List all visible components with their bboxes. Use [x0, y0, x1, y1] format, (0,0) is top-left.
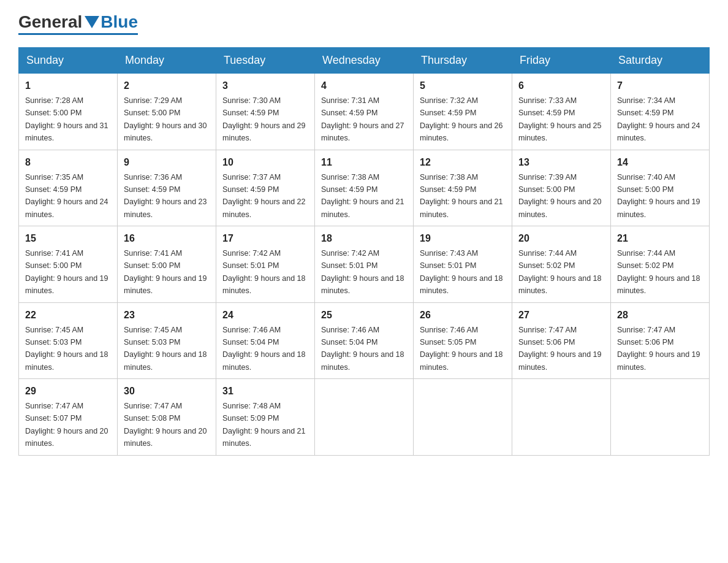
- day-info: Sunrise: 7:46 AMSunset: 5:04 PMDaylight:…: [222, 326, 306, 372]
- calendar-week-row: 1 Sunrise: 7:28 AMSunset: 5:00 PMDayligh…: [19, 74, 710, 150]
- day-number: 14: [617, 155, 703, 170]
- calendar-cell: 18 Sunrise: 7:42 AMSunset: 5:01 PMDaylig…: [315, 226, 414, 303]
- day-info: Sunrise: 7:47 AMSunset: 5:08 PMDaylight:…: [124, 402, 207, 448]
- calendar-cell: 28 Sunrise: 7:47 AMSunset: 5:06 PMDaylig…: [611, 302, 710, 379]
- calendar-cell: 27 Sunrise: 7:47 AMSunset: 5:06 PMDaylig…: [512, 302, 611, 379]
- calendar-cell: 23 Sunrise: 7:45 AMSunset: 5:03 PMDaylig…: [118, 302, 216, 379]
- calendar-cell: 14 Sunrise: 7:40 AMSunset: 5:00 PMDaylig…: [611, 150, 710, 226]
- calendar-cell: 15 Sunrise: 7:41 AMSunset: 5:00 PMDaylig…: [19, 226, 118, 303]
- calendar-cell: 29 Sunrise: 7:47 AMSunset: 5:07 PMDaylig…: [19, 379, 118, 456]
- calendar-cell: 21 Sunrise: 7:44 AMSunset: 5:02 PMDaylig…: [611, 226, 710, 303]
- calendar-cell: 7 Sunrise: 7:34 AMSunset: 4:59 PMDayligh…: [611, 74, 710, 150]
- day-info: Sunrise: 7:29 AMSunset: 5:00 PMDaylight:…: [124, 96, 207, 142]
- day-number: 12: [420, 155, 506, 170]
- calendar-week-row: 29 Sunrise: 7:47 AMSunset: 5:07 PMDaylig…: [19, 379, 710, 456]
- day-info: Sunrise: 7:47 AMSunset: 5:06 PMDaylight:…: [617, 326, 700, 372]
- day-number: 18: [321, 231, 407, 246]
- day-number: 23: [124, 308, 210, 323]
- day-number: 21: [617, 231, 703, 246]
- day-number: 4: [321, 79, 407, 93]
- calendar-cell: 19 Sunrise: 7:43 AMSunset: 5:01 PMDaylig…: [414, 226, 512, 303]
- day-number: 15: [25, 231, 111, 246]
- day-info: Sunrise: 7:30 AMSunset: 4:59 PMDaylight:…: [222, 96, 306, 142]
- day-info: Sunrise: 7:28 AMSunset: 5:00 PMDaylight:…: [25, 96, 108, 142]
- day-number: 24: [222, 308, 308, 323]
- calendar-week-row: 8 Sunrise: 7:35 AMSunset: 4:59 PMDayligh…: [19, 150, 710, 226]
- day-info: Sunrise: 7:37 AMSunset: 4:59 PMDaylight:…: [222, 173, 306, 219]
- calendar-cell: 30 Sunrise: 7:47 AMSunset: 5:08 PMDaylig…: [118, 379, 216, 456]
- day-number: 9: [124, 155, 210, 170]
- calendar-cell: 16 Sunrise: 7:41 AMSunset: 5:00 PMDaylig…: [118, 226, 216, 303]
- calendar-cell: 8 Sunrise: 7:35 AMSunset: 4:59 PMDayligh…: [19, 150, 118, 226]
- calendar-cell: 31 Sunrise: 7:48 AMSunset: 5:09 PMDaylig…: [216, 379, 315, 456]
- day-number: 31: [222, 384, 308, 399]
- column-header-saturday: Saturday: [611, 48, 710, 74]
- day-info: Sunrise: 7:33 AMSunset: 4:59 PMDaylight:…: [518, 96, 602, 142]
- day-number: 26: [420, 308, 506, 323]
- day-number: 16: [124, 231, 210, 246]
- day-info: Sunrise: 7:42 AMSunset: 5:01 PMDaylight:…: [222, 249, 306, 295]
- day-number: 8: [25, 155, 111, 170]
- day-info: Sunrise: 7:38 AMSunset: 4:59 PMDaylight:…: [321, 173, 404, 219]
- column-header-thursday: Thursday: [414, 48, 512, 74]
- calendar-cell: 22 Sunrise: 7:45 AMSunset: 5:03 PMDaylig…: [19, 302, 118, 379]
- day-info: Sunrise: 7:38 AMSunset: 4:59 PMDaylight:…: [420, 173, 503, 219]
- day-info: Sunrise: 7:35 AMSunset: 4:59 PMDaylight:…: [25, 173, 108, 219]
- calendar-header-row: SundayMondayTuesdayWednesdayThursdayFrid…: [19, 48, 710, 74]
- day-info: Sunrise: 7:34 AMSunset: 4:59 PMDaylight:…: [617, 96, 700, 142]
- calendar-cell: 24 Sunrise: 7:46 AMSunset: 5:04 PMDaylig…: [216, 302, 315, 379]
- calendar-cell: [512, 379, 611, 456]
- calendar-cell: 1 Sunrise: 7:28 AMSunset: 5:00 PMDayligh…: [19, 74, 118, 150]
- day-number: 11: [321, 155, 407, 170]
- day-info: Sunrise: 7:44 AMSunset: 5:02 PMDaylight:…: [518, 249, 602, 295]
- day-number: 29: [25, 384, 111, 399]
- calendar-cell: 2 Sunrise: 7:29 AMSunset: 5:00 PMDayligh…: [118, 74, 216, 150]
- day-info: Sunrise: 7:42 AMSunset: 5:01 PMDaylight:…: [321, 249, 404, 295]
- calendar-cell: 13 Sunrise: 7:39 AMSunset: 5:00 PMDaylig…: [512, 150, 611, 226]
- day-number: 1: [25, 79, 111, 93]
- column-header-friday: Friday: [512, 48, 611, 74]
- day-number: 20: [518, 231, 604, 246]
- column-header-monday: Monday: [118, 48, 216, 74]
- day-number: 25: [321, 308, 407, 323]
- calendar-cell: 12 Sunrise: 7:38 AMSunset: 4:59 PMDaylig…: [414, 150, 512, 226]
- day-info: Sunrise: 7:46 AMSunset: 5:05 PMDaylight:…: [420, 326, 503, 372]
- column-header-tuesday: Tuesday: [216, 48, 315, 74]
- calendar-table: SundayMondayTuesdayWednesdayThursdayFrid…: [18, 47, 710, 456]
- calendar-cell: 17 Sunrise: 7:42 AMSunset: 5:01 PMDaylig…: [216, 226, 315, 303]
- logo-general-text: General: [18, 12, 82, 32]
- calendar-cell: 25 Sunrise: 7:46 AMSunset: 5:04 PMDaylig…: [315, 302, 414, 379]
- day-info: Sunrise: 7:36 AMSunset: 4:59 PMDaylight:…: [124, 173, 207, 219]
- calendar-cell: 26 Sunrise: 7:46 AMSunset: 5:05 PMDaylig…: [414, 302, 512, 379]
- day-number: 22: [25, 308, 111, 323]
- day-info: Sunrise: 7:31 AMSunset: 4:59 PMDaylight:…: [321, 96, 404, 142]
- calendar-cell: 10 Sunrise: 7:37 AMSunset: 4:59 PMDaylig…: [216, 150, 315, 226]
- page-header: General Blue: [18, 12, 710, 35]
- day-number: 5: [420, 79, 506, 93]
- day-number: 3: [222, 79, 308, 93]
- day-info: Sunrise: 7:45 AMSunset: 5:03 PMDaylight:…: [25, 326, 108, 372]
- calendar-cell: 9 Sunrise: 7:36 AMSunset: 4:59 PMDayligh…: [118, 150, 216, 226]
- day-info: Sunrise: 7:46 AMSunset: 5:04 PMDaylight:…: [321, 326, 404, 372]
- day-number: 17: [222, 231, 308, 246]
- column-header-sunday: Sunday: [19, 48, 118, 74]
- day-number: 2: [124, 79, 210, 93]
- calendar-cell: 4 Sunrise: 7:31 AMSunset: 4:59 PMDayligh…: [315, 74, 414, 150]
- day-number: 6: [518, 79, 604, 93]
- calendar-cell: [611, 379, 710, 456]
- day-info: Sunrise: 7:41 AMSunset: 5:00 PMDaylight:…: [25, 249, 108, 295]
- calendar-week-row: 22 Sunrise: 7:45 AMSunset: 5:03 PMDaylig…: [19, 302, 710, 379]
- calendar-cell: 11 Sunrise: 7:38 AMSunset: 4:59 PMDaylig…: [315, 150, 414, 226]
- day-number: 19: [420, 231, 506, 246]
- day-info: Sunrise: 7:48 AMSunset: 5:09 PMDaylight:…: [222, 402, 306, 448]
- day-info: Sunrise: 7:32 AMSunset: 4:59 PMDaylight:…: [420, 96, 503, 142]
- day-info: Sunrise: 7:44 AMSunset: 5:02 PMDaylight:…: [617, 249, 700, 295]
- logo-triangle-icon: [85, 16, 99, 28]
- day-number: 10: [222, 155, 308, 170]
- logo-blue-text: Blue: [100, 12, 138, 32]
- calendar-cell: [414, 379, 512, 456]
- calendar-cell: [315, 379, 414, 456]
- logo: General Blue: [18, 12, 138, 35]
- day-info: Sunrise: 7:47 AMSunset: 5:06 PMDaylight:…: [518, 326, 602, 372]
- day-number: 28: [617, 308, 703, 323]
